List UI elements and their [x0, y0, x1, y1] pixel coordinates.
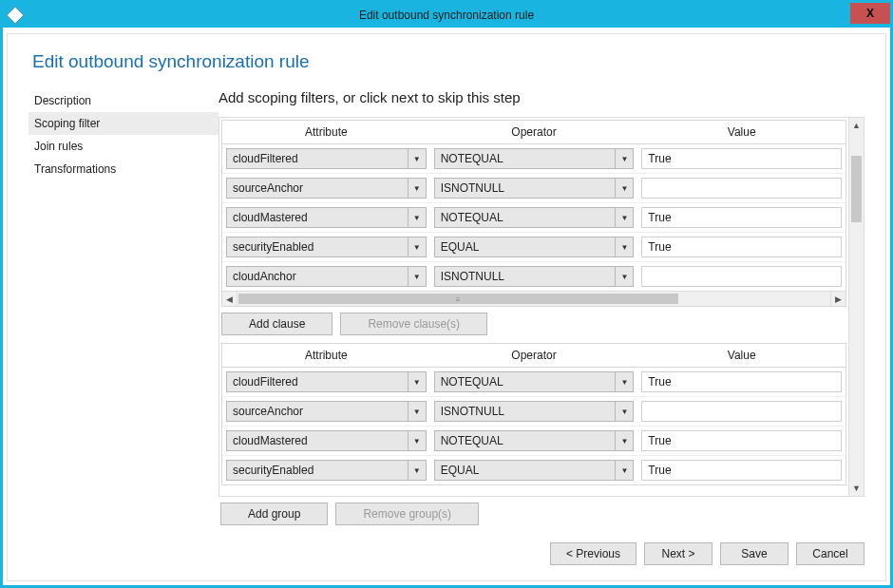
attribute-select[interactable]: cloudMastered▼	[226, 207, 427, 228]
clause-row: securityEnabled▼ EQUAL▼	[222, 232, 846, 261]
value-input[interactable]	[641, 178, 842, 199]
attribute-select[interactable]: sourceAnchor▼	[226, 401, 427, 422]
value-input[interactable]	[641, 460, 842, 481]
horizontal-scrollbar[interactable]: ◀ ≡ ▶	[222, 291, 846, 306]
operator-select[interactable]: NOTEQUAL▼	[434, 148, 635, 169]
clause-row: sourceAnchor▼ ISNOTNULL▼	[222, 173, 846, 202]
operator-select[interactable]: ISNOTNULL▼	[434, 178, 635, 199]
attribute-select[interactable]: securityEnabled▼	[226, 460, 427, 481]
grid-header: Attribute Operator Value	[222, 121, 846, 144]
chevron-down-icon: ▼	[408, 148, 427, 169]
body-area: Description Scoping filter Join rules Tr…	[8, 89, 885, 579]
chevron-down-icon: ▼	[615, 178, 634, 199]
nav-transformations[interactable]: Transformations	[28, 158, 218, 180]
operator-select[interactable]: EQUAL▼	[434, 237, 635, 257]
chevron-down-icon: ▼	[615, 430, 634, 451]
nav-scoping-filter[interactable]: Scoping filter	[28, 112, 218, 135]
operator-select[interactable]: ISNOTNULL▼	[434, 266, 635, 287]
clause-row: cloudAnchor▼ ISNOTNULL▼	[222, 261, 846, 291]
grid-rows: cloudFiltered▼ NOTEQUAL▼ sourceAnchor▼ I…	[222, 368, 846, 484]
chevron-down-icon: ▼	[615, 148, 634, 169]
clause-row: securityEnabled▼ EQUAL▼	[222, 455, 846, 484]
save-button[interactable]: Save	[720, 542, 788, 565]
vertical-scrollbar[interactable]: ▲ ▼	[848, 118, 864, 496]
operator-select[interactable]: NOTEQUAL▼	[434, 430, 635, 451]
wizard-sidebar: Description Scoping filter Join rules Tr…	[28, 89, 218, 565]
next-button[interactable]: Next >	[644, 542, 712, 565]
main-panel: Add scoping filters, or click next to sk…	[218, 89, 864, 565]
chevron-down-icon: ▼	[408, 401, 427, 422]
close-button[interactable]: X	[850, 3, 890, 24]
chevron-down-icon: ▼	[615, 266, 634, 287]
chevron-down-icon: ▼	[408, 237, 427, 257]
col-operator: Operator	[430, 344, 638, 367]
vscroll-thumb[interactable]	[851, 156, 862, 222]
grid-rows: cloudFiltered▼ NOTEQUAL▼ sourceAnchor▼ I…	[222, 144, 846, 291]
chevron-down-icon: ▼	[408, 178, 427, 199]
value-input[interactable]	[641, 371, 842, 392]
chevron-down-icon: ▼	[408, 207, 427, 228]
window-title: Edit outbound synchronization rule	[3, 9, 890, 22]
col-attribute: Attribute	[222, 344, 430, 367]
title-bar: Edit outbound synchronization rule X	[3, 3, 890, 28]
page-heading: Edit outbound synchronization rule	[32, 51, 885, 72]
wizard-footer: < Previous Next > Save Cancel	[218, 531, 864, 565]
col-value: Value	[637, 344, 846, 367]
value-input[interactable]	[641, 401, 842, 422]
attribute-select[interactable]: securityEnabled▼	[226, 237, 427, 257]
value-input[interactable]	[641, 266, 842, 287]
hscroll-thumb[interactable]: ≡	[238, 294, 678, 304]
nav-description[interactable]: Description	[28, 89, 218, 112]
clause-row: cloudFiltered▼ NOTEQUAL▼	[222, 368, 846, 396]
clause-button-row: Add clause Remove clause(s)	[219, 309, 848, 341]
chevron-down-icon: ▼	[408, 371, 427, 392]
operator-select[interactable]: ISNOTNULL▼	[434, 401, 635, 422]
value-input[interactable]	[641, 430, 842, 451]
chevron-down-icon: ▼	[408, 266, 427, 287]
clause-row: sourceAnchor▼ ISNOTNULL▼	[222, 396, 846, 426]
col-operator: Operator	[430, 121, 638, 143]
operator-select[interactable]: NOTEQUAL▼	[434, 371, 635, 392]
value-input[interactable]	[641, 148, 842, 169]
chevron-down-icon: ▼	[615, 207, 634, 228]
groups-scroll-inner: Attribute Operator Value cloudFiltered▼ …	[219, 118, 848, 496]
nav-join-rules[interactable]: Join rules	[28, 135, 218, 158]
hscroll-track: ≡	[238, 292, 830, 306]
window-frame: Edit outbound synchronization rule X Edi…	[0, 0, 893, 588]
remove-group-button[interactable]: Remove group(s)	[335, 503, 479, 525]
step-instruction: Add scoping filters, or click next to sk…	[218, 89, 864, 105]
attribute-select[interactable]: sourceAnchor▼	[226, 178, 427, 199]
clause-row: cloudFiltered▼ NOTEQUAL▼	[222, 144, 846, 173]
chevron-down-icon: ▼	[408, 460, 427, 481]
attribute-select[interactable]: cloudFiltered▼	[226, 148, 427, 169]
grid-header: Attribute Operator Value	[222, 344, 846, 368]
scoping-group: Attribute Operator Value cloudFiltered▼ …	[221, 343, 846, 485]
attribute-select[interactable]: cloudFiltered▼	[226, 371, 427, 392]
close-icon: X	[866, 7, 874, 20]
operator-select[interactable]: NOTEQUAL▼	[434, 207, 635, 228]
groups-scroll-area: Attribute Operator Value cloudFiltered▼ …	[218, 117, 864, 497]
add-clause-button[interactable]: Add clause	[221, 313, 332, 335]
clause-row: cloudMastered▼ NOTEQUAL▼	[222, 202, 846, 232]
attribute-select[interactable]: cloudAnchor▼	[226, 266, 427, 287]
chevron-down-icon: ▼	[615, 401, 634, 422]
col-attribute: Attribute	[222, 121, 430, 143]
scroll-down-icon: ▼	[849, 481, 864, 496]
attribute-select[interactable]: cloudMastered▼	[226, 430, 427, 451]
scroll-left-icon: ◀	[222, 292, 238, 306]
chevron-down-icon: ▼	[408, 430, 427, 451]
operator-select[interactable]: EQUAL▼	[434, 460, 635, 481]
remove-clause-button[interactable]: Remove clause(s)	[340, 313, 487, 335]
value-input[interactable]	[641, 237, 842, 257]
scroll-right-icon: ▶	[830, 292, 846, 306]
cancel-button[interactable]: Cancel	[796, 542, 864, 565]
clause-row: cloudMastered▼ NOTEQUAL▼	[222, 426, 846, 455]
grip-icon: ≡	[456, 294, 462, 303]
main-row: Description Scoping filter Join rules Tr…	[28, 89, 864, 565]
add-group-button[interactable]: Add group	[220, 503, 328, 525]
value-input[interactable]	[641, 207, 842, 228]
group-button-row: Add group Remove group(s)	[218, 497, 864, 531]
previous-button[interactable]: < Previous	[550, 542, 636, 565]
scroll-up-icon: ▲	[849, 118, 864, 133]
content-panel: Edit outbound synchronization rule Descr…	[7, 33, 886, 581]
